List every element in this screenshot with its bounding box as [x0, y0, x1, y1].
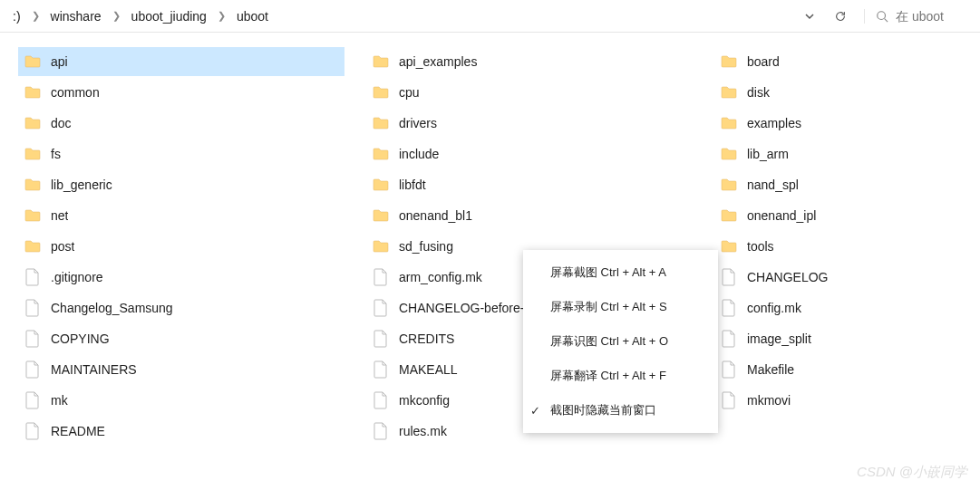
search-box[interactable] — [864, 9, 973, 24]
folder-icon — [372, 83, 390, 101]
item-label: MAKEALL — [399, 362, 458, 377]
context-menu-item[interactable]: 屏幕识图 Ctrl + Alt + O — [523, 324, 718, 359]
folder-item[interactable]: board — [714, 47, 980, 76]
folder-icon — [24, 83, 42, 101]
toolbar-actions — [797, 4, 973, 29]
file-icon — [24, 422, 42, 440]
item-label: arm_config.mk — [399, 270, 482, 284]
file-item[interactable]: COPYING — [18, 324, 344, 353]
folder-item[interactable]: examples — [714, 109, 980, 138]
folder-item[interactable]: libfdt — [366, 170, 693, 199]
file-icon — [24, 391, 42, 409]
folder-icon — [372, 237, 390, 255]
file-item[interactable]: Changelog_Samsung — [18, 293, 344, 322]
folder-item[interactable]: disk — [714, 78, 980, 107]
file-item[interactable]: Makefile — [714, 355, 980, 384]
breadcrumb[interactable]: :) ❯ winshare ❯ uboot_jiuding ❯ uboot — [7, 0, 797, 32]
file-item[interactable]: CHANGELOG — [714, 263, 980, 292]
context-menu-label: 屏幕识图 Ctrl + Alt + O — [550, 333, 668, 350]
folder-item[interactable]: net — [18, 201, 344, 230]
item-label: doc — [51, 116, 72, 130]
file-item[interactable]: MAINTAINERS — [18, 355, 344, 384]
folder-item[interactable]: fs — [18, 139, 344, 168]
check-icon: ✓ — [530, 404, 540, 418]
item-label: nand_spl — [747, 178, 799, 192]
breadcrumb-part[interactable]: winshare — [45, 5, 107, 27]
breadcrumb-part[interactable]: uboot_jiuding — [126, 5, 212, 27]
file-icon — [24, 360, 42, 379]
folder-icon — [720, 237, 738, 255]
item-label: tools — [747, 239, 774, 254]
folder-icon — [720, 53, 738, 71]
item-label: mkmovi — [747, 393, 791, 408]
folder-item[interactable]: drivers — [366, 109, 693, 138]
folder-item[interactable]: tools — [714, 232, 980, 261]
file-icon — [372, 268, 390, 286]
item-label: Changelog_Samsung — [51, 301, 173, 315]
file-icon — [372, 330, 390, 348]
item-label: disk — [747, 85, 770, 100]
folder-item[interactable]: lib_arm — [714, 139, 980, 168]
folder-item[interactable]: onenand_bl1 — [366, 201, 693, 230]
item-label: examples — [747, 116, 801, 130]
file-item[interactable]: .gitignore — [18, 263, 344, 292]
folder-item[interactable]: nand_spl — [714, 170, 980, 199]
item-label: lib_arm — [747, 147, 789, 161]
folder-item[interactable]: include — [366, 139, 693, 168]
folder-item[interactable]: api — [18, 47, 344, 76]
file-icon — [24, 330, 42, 348]
file-icon — [720, 268, 738, 286]
file-icon — [720, 391, 738, 409]
watermark: CSDN @小嵌同学 — [857, 464, 967, 481]
context-menu-item[interactable]: 屏幕翻译 Ctrl + Alt + F — [523, 359, 718, 393]
folder-icon — [24, 237, 42, 255]
file-icon — [372, 422, 390, 440]
folder-icon — [720, 176, 738, 194]
file-icon — [24, 268, 42, 286]
folder-item[interactable]: doc — [18, 109, 344, 138]
context-menu-item[interactable]: 屏幕截图 Ctrl + Alt + A — [523, 255, 718, 290]
folder-item[interactable]: common — [18, 78, 344, 107]
chevron-right-icon: ❯ — [112, 10, 121, 22]
folder-item[interactable]: lib_generic — [18, 170, 344, 199]
item-label: drivers — [399, 116, 437, 130]
folder-icon — [372, 114, 390, 132]
file-item[interactable]: mkmovi — [714, 386, 980, 415]
item-label: cpu — [399, 85, 420, 100]
context-menu[interactable]: 屏幕截图 Ctrl + Alt + A屏幕录制 Ctrl + Alt + S屏幕… — [523, 250, 718, 433]
item-label: api — [51, 54, 68, 69]
search-input[interactable] — [896, 9, 959, 24]
folder-icon — [24, 207, 42, 225]
svg-line-1 — [885, 18, 888, 22]
address-bar: :) ❯ winshare ❯ uboot_jiuding ❯ uboot — [0, 0, 980, 33]
file-item[interactable]: README — [18, 417, 344, 446]
file-item[interactable]: config.mk — [714, 293, 980, 322]
folder-icon — [372, 145, 390, 163]
folder-icon — [372, 176, 390, 194]
breadcrumb-part[interactable]: uboot — [231, 5, 274, 27]
folder-item[interactable]: cpu — [366, 78, 693, 107]
item-label: include — [399, 147, 439, 161]
chevron-down-icon — [804, 11, 815, 22]
file-item[interactable]: mk — [18, 386, 344, 415]
file-icon — [372, 299, 390, 317]
folder-item[interactable]: post — [18, 232, 344, 261]
file-item[interactable]: image_split — [714, 324, 980, 353]
context-menu-item[interactable]: ✓截图时隐藏当前窗口 — [523, 393, 718, 428]
refresh-button[interactable] — [828, 4, 853, 29]
breadcrumb-root[interactable]: :) — [7, 5, 26, 27]
dropdown-button[interactable] — [797, 4, 822, 29]
item-label: api_examples — [399, 54, 477, 69]
file-icon — [372, 360, 390, 379]
item-label: libfdt — [399, 178, 426, 192]
folder-icon — [720, 114, 738, 132]
folder-item[interactable]: onenand_ipl — [714, 201, 980, 230]
item-label: onenand_ipl — [747, 208, 816, 223]
file-icon — [720, 299, 738, 317]
context-menu-label: 屏幕录制 Ctrl + Alt + S — [550, 299, 667, 315]
item-label: Makefile — [747, 362, 794, 377]
folder-icon — [720, 145, 738, 163]
folder-icon — [720, 207, 738, 225]
folder-item[interactable]: api_examples — [366, 47, 693, 76]
context-menu-item[interactable]: 屏幕录制 Ctrl + Alt + S — [523, 290, 718, 324]
